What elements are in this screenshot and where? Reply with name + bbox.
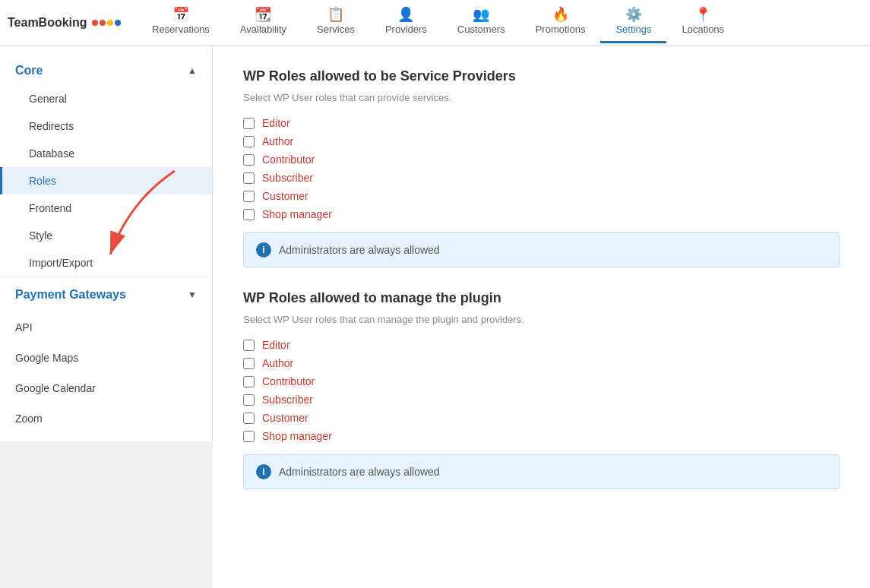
- nav-items: 📅 Reservations 📆 Availability 📋 Services…: [137, 2, 862, 43]
- nav-item-reservations[interactable]: 📅 Reservations: [137, 2, 225, 43]
- brand-dot-1: [92, 20, 98, 26]
- settings-icon: ⚙️: [625, 8, 642, 21]
- checkbox-contributor-1[interactable]: [243, 154, 255, 166]
- role-subscriber-2: Subscriber: [243, 394, 840, 406]
- core-section-title: Core: [15, 64, 43, 77]
- nav-item-providers[interactable]: 👤 Providers: [370, 2, 442, 43]
- nav-label-services: Services: [317, 24, 355, 35]
- role-contributor-2: Contributor: [243, 375, 840, 387]
- payment-gateways-section-header[interactable]: Payment Gateways ▼: [0, 277, 212, 312]
- role-contributor-1: Contributor: [243, 153, 840, 166]
- sidebar-item-general[interactable]: General: [0, 85, 212, 112]
- section2-info-text: Administrators are always allowed: [279, 466, 440, 478]
- nav-item-customers[interactable]: 👥 Customers: [442, 2, 520, 43]
- role-label-customer-2: Customer: [262, 412, 308, 424]
- checkbox-customer-2[interactable]: [243, 413, 255, 424]
- role-label-contributor-2: Contributor: [262, 375, 315, 387]
- sidebar-item-api[interactable]: API: [0, 312, 212, 343]
- brand-dot-2: [100, 20, 106, 26]
- locations-icon: 📍: [694, 8, 711, 21]
- providers-icon: 👤: [397, 8, 414, 21]
- nav-item-locations[interactable]: 📍 Locations: [666, 2, 739, 43]
- section2-title: WP Roles allowed to manage the plugin: [243, 290, 840, 306]
- role-label-author-1: Author: [262, 135, 293, 147]
- section1-roles-list: Editor Author Contributor Subscriber Cus…: [243, 117, 840, 220]
- role-label-editor-2: Editor: [262, 339, 290, 351]
- section1-title: WP Roles allowed to be Service Providers: [243, 68, 840, 84]
- checkbox-author-2[interactable]: [243, 358, 255, 369]
- role-label-shopmanager-1: Shop manager: [262, 208, 332, 220]
- sidebar-item-database[interactable]: Database: [0, 140, 212, 167]
- role-customer-2: Customer: [243, 412, 840, 424]
- role-label-customer-1: Customer: [262, 190, 308, 202]
- info-icon-1: i: [256, 242, 271, 258]
- section-manage-plugin: WP Roles allowed to manage the plugin Se…: [243, 290, 840, 489]
- section2-desc: Select WP User roles that can manage the…: [243, 314, 840, 325]
- checkbox-subscriber-2[interactable]: [243, 394, 255, 406]
- sidebar-item-import-export[interactable]: Import/Export: [0, 249, 212, 277]
- checkbox-editor-2[interactable]: [243, 340, 255, 351]
- role-label-editor-1: Editor: [262, 117, 290, 129]
- sidebar-item-zoom[interactable]: Zoom: [0, 403, 212, 434]
- availability-icon: 📆: [255, 8, 271, 21]
- nav-item-settings[interactable]: ⚙️ Settings: [600, 2, 666, 43]
- checkbox-customer-1[interactable]: [243, 191, 255, 202]
- nav-label-reservations: Reservations: [152, 24, 210, 35]
- promotions-icon: 🔥: [552, 8, 569, 21]
- role-customer-1: Customer: [243, 190, 840, 202]
- services-icon: 📋: [327, 8, 344, 21]
- brand-dots: [92, 20, 121, 26]
- nav-item-promotions[interactable]: 🔥 Promotions: [520, 2, 601, 43]
- nav-label-promotions: Promotions: [536, 24, 586, 35]
- payment-gateways-title: Payment Gateways: [15, 288, 126, 302]
- nav-label-providers: Providers: [385, 24, 427, 35]
- sidebar: Core ▲ General Redirects Database Roles …: [0, 46, 213, 441]
- role-editor-1: Editor: [243, 117, 840, 129]
- brand-logo: TeamBooking: [8, 16, 122, 30]
- sidebar-item-redirects[interactable]: Redirects: [0, 112, 212, 140]
- role-shopmanager-1: Shop manager: [243, 208, 840, 220]
- checkbox-subscriber-1[interactable]: [243, 172, 255, 184]
- checkbox-editor-1[interactable]: [243, 118, 255, 129]
- sidebar-item-google-calendar[interactable]: Google Calendar: [0, 373, 212, 403]
- role-label-shopmanager-2: Shop manager: [262, 430, 332, 442]
- role-label-subscriber-2: Subscriber: [262, 394, 313, 406]
- checkbox-shopmanager-2[interactable]: [243, 431, 255, 442]
- customers-icon: 👥: [473, 8, 489, 21]
- section2-info-box: i Administrators are always allowed: [243, 454, 840, 489]
- main-layout: Core ▲ General Redirects Database Roles …: [0, 46, 870, 588]
- main-content: WP Roles allowed to be Service Providers…: [213, 46, 870, 588]
- role-editor-2: Editor: [243, 339, 840, 351]
- role-author-1: Author: [243, 135, 840, 147]
- role-subscriber-1: Subscriber: [243, 172, 840, 184]
- brand-name: TeamBooking: [8, 16, 87, 30]
- reservations-icon: 📅: [172, 8, 189, 21]
- nav-item-availability[interactable]: 📆 Availability: [225, 2, 302, 43]
- checkbox-author-1[interactable]: [243, 136, 255, 147]
- sidebar-item-google-maps[interactable]: Google Maps: [0, 343, 212, 373]
- checkbox-shopmanager-1[interactable]: [243, 209, 255, 220]
- sidebar-item-frontend[interactable]: Frontend: [0, 194, 212, 222]
- role-author-2: Author: [243, 357, 840, 369]
- section1-desc: Select WP User roles that can provide se…: [243, 92, 840, 103]
- role-label-author-2: Author: [262, 357, 293, 369]
- core-chevron-icon: ▲: [188, 65, 197, 76]
- nav-label-customers: Customers: [457, 24, 505, 35]
- role-shopmanager-2: Shop manager: [243, 430, 840, 442]
- section-service-providers: WP Roles allowed to be Service Providers…: [243, 68, 840, 267]
- brand-dot-4: [115, 20, 121, 26]
- nav-label-locations: Locations: [682, 24, 724, 35]
- payment-chevron-icon: ▼: [188, 289, 197, 300]
- section1-info-box: i Administrators are always allowed: [243, 232, 840, 267]
- info-icon-2: i: [256, 464, 271, 479]
- sidebar-item-roles[interactable]: Roles: [0, 167, 212, 194]
- nav-label-availability: Availability: [240, 24, 286, 35]
- role-label-subscriber-1: Subscriber: [262, 172, 313, 184]
- nav-item-services[interactable]: 📋 Services: [302, 2, 370, 43]
- role-label-contributor-1: Contributor: [262, 153, 315, 166]
- nav-label-settings: Settings: [615, 24, 651, 35]
- core-section-header[interactable]: Core ▲: [0, 53, 212, 85]
- section1-info-text: Administrators are always allowed: [279, 244, 440, 256]
- checkbox-contributor-2[interactable]: [243, 376, 255, 387]
- sidebar-item-style[interactable]: Style: [0, 222, 212, 249]
